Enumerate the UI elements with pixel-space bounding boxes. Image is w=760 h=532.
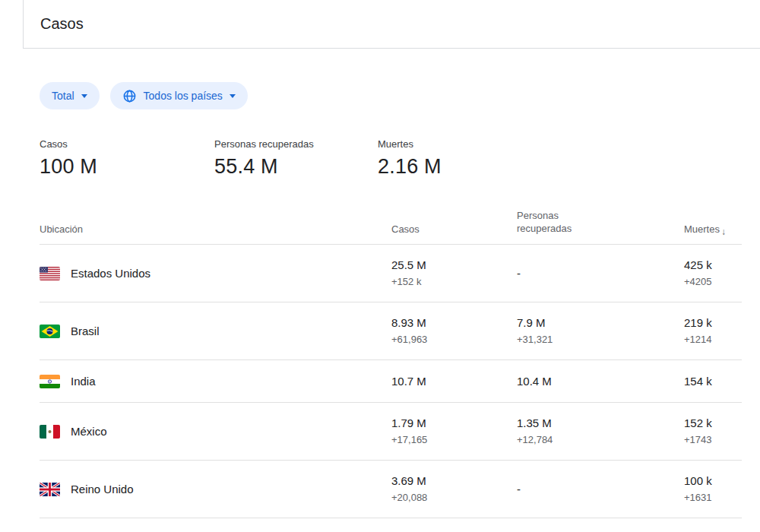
deaths-value: 154 k	[684, 374, 742, 389]
recovered-value: 1.35 M	[517, 416, 684, 431]
stat-recovered-label: Personas recuperadas	[214, 138, 378, 150]
deaths-value: 425 k	[684, 258, 742, 273]
page-title: Casos	[40, 15, 84, 33]
stat-recovered-value: 55.4 M	[214, 155, 378, 179]
covid-stats-panel: Casos Total Todos los países	[0, 0, 760, 532]
stat-deaths-label: Muertes	[378, 138, 442, 150]
flag-gb-icon	[40, 483, 60, 496]
deaths-delta: +1214	[684, 332, 742, 347]
recovered-delta: +31,321	[517, 332, 684, 347]
panel-content: Total Todos los países Casos 100 M	[0, 82, 760, 518]
header-recovered[interactable]: Personas recuperadas	[517, 209, 584, 235]
chevron-down-icon	[230, 94, 236, 98]
recovered-cell: -	[517, 482, 684, 497]
deaths-delta: +1631	[684, 490, 742, 505]
country-name: India	[71, 375, 96, 388]
table-row: México 1.79 M +17,165 1.35 M +12,784 152…	[40, 403, 742, 461]
cases-value: 3.69 M	[391, 473, 517, 489]
recovered-cell: 10.4 M	[517, 374, 684, 389]
deaths-cell: 152 k +1743	[684, 416, 742, 447]
location-cell: Brasil	[40, 325, 391, 338]
cases-value: 1.79 M	[391, 416, 517, 431]
stat-cases-value: 100 M	[40, 155, 214, 179]
header-cases[interactable]: Casos	[391, 223, 517, 235]
deaths-delta: +4205	[684, 274, 742, 289]
cases-cell: 8.93 M +61,963	[391, 315, 517, 347]
country-name: México	[71, 425, 107, 438]
deaths-cell: 154 k	[684, 374, 742, 389]
deaths-delta: +1743	[684, 432, 742, 447]
metric-filter-chip[interactable]: Total	[40, 82, 100, 109]
panel-header: Casos	[23, 0, 760, 49]
country-table: Ubicación Casos Personas recuperadas Mue…	[40, 209, 742, 518]
recovered-value: 10.4 M	[517, 374, 684, 389]
recovered-cell: 1.35 M +12,784	[517, 416, 684, 447]
chevron-down-icon	[81, 94, 87, 98]
country-name: Reino Unido	[71, 483, 134, 496]
cases-delta: +152 k	[391, 274, 517, 289]
table-header: Ubicación Casos Personas recuperadas Mue…	[40, 209, 742, 245]
table-row: Reino Unido 3.69 M +20,088 - 100 k +1631	[40, 461, 742, 518]
deaths-cell: 100 k +1631	[684, 473, 742, 505]
flag-br-icon	[40, 325, 60, 338]
location-cell: India	[40, 375, 391, 388]
stat-recovered: Personas recuperadas 55.4 M	[214, 138, 378, 179]
recovered-value: 7.9 M	[517, 315, 684, 331]
flag-in-icon	[40, 375, 60, 388]
deaths-cell: 219 k +1214	[684, 315, 742, 347]
region-filter-label: Todos los países	[144, 90, 223, 102]
metric-filter-label: Total	[52, 90, 74, 102]
cases-cell: 1.79 M +17,165	[391, 416, 517, 447]
cases-value: 25.5 M	[391, 258, 517, 273]
location-cell: México	[40, 425, 391, 439]
recovered-value: -	[517, 266, 684, 281]
table-row: India 10.7 M 10.4 M 154 k	[40, 360, 742, 403]
sort-descending-icon: ↓	[721, 226, 726, 237]
location-cell: Estados Unidos	[40, 267, 391, 280]
region-filter-chip[interactable]: Todos los países	[110, 82, 248, 109]
stat-cases: Casos 100 M	[40, 138, 214, 179]
summary-stats: Casos 100 M Personas recuperadas 55.4 M …	[40, 138, 742, 179]
cases-cell: 3.69 M +20,088	[391, 473, 517, 505]
table-body: Estados Unidos 25.5 M +152 k - 425 k +42…	[40, 245, 742, 518]
recovered-cell: 7.9 M +31,321	[517, 315, 684, 347]
filter-chips: Total Todos los países	[40, 82, 742, 109]
header-location[interactable]: Ubicación	[40, 223, 391, 235]
location-cell: Reino Unido	[40, 483, 391, 496]
stat-deaths: Muertes 2.16 M	[378, 138, 442, 179]
deaths-value: 219 k	[684, 315, 742, 331]
header-deaths[interactable]: Muertes ↓	[684, 223, 742, 235]
country-name: Estados Unidos	[71, 267, 150, 280]
cases-delta: +61,963	[391, 332, 517, 347]
flag-us-icon	[40, 267, 60, 280]
cases-delta: +20,088	[391, 490, 517, 505]
cases-cell: 25.5 M +152 k	[391, 258, 517, 289]
stat-deaths-value: 2.16 M	[378, 155, 442, 179]
globe-icon	[122, 89, 137, 103]
recovered-cell: -	[517, 266, 684, 281]
cases-value: 10.7 M	[391, 374, 517, 389]
deaths-cell: 425 k +4205	[684, 258, 742, 289]
country-name: Brasil	[71, 325, 100, 337]
deaths-value: 100 k	[684, 473, 742, 489]
table-row: Brasil 8.93 M +61,963 7.9 M +31,321 219 …	[40, 302, 742, 360]
cases-value: 8.93 M	[391, 315, 517, 331]
cases-cell: 10.7 M	[391, 374, 517, 389]
recovered-value: -	[517, 482, 684, 497]
deaths-value: 152 k	[684, 416, 742, 431]
recovered-delta: +12,784	[517, 432, 684, 447]
stat-cases-label: Casos	[40, 138, 214, 150]
table-row: Estados Unidos 25.5 M +152 k - 425 k +42…	[40, 245, 742, 302]
cases-delta: +17,165	[391, 432, 517, 447]
flag-mx-icon	[40, 425, 60, 439]
